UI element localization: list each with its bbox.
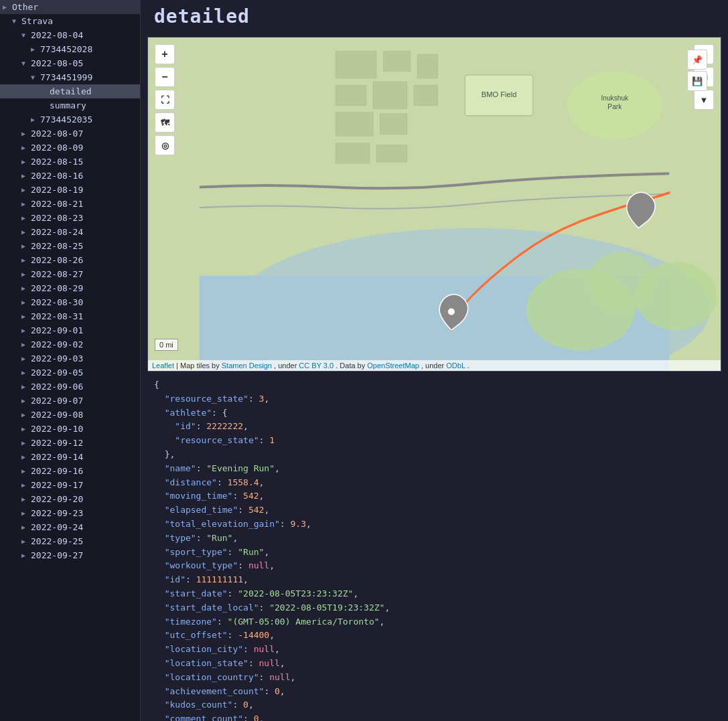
sidebar-item-label: 2022-08-30 [31, 297, 136, 307]
chevron-icon: ▶ [3, 3, 12, 11]
sidebar-item-label: 2022-08-05 [31, 58, 136, 68]
sidebar-item-2022-09-25[interactable]: ▶2022-09-25 [0, 534, 140, 548]
sidebar-item-label: 2022-09-05 [31, 368, 136, 378]
sidebar-item-2022-09-27[interactable]: ▶2022-09-27 [0, 548, 140, 562]
sidebar-item-2022-08-09[interactable]: ▶2022-08-09 [0, 141, 140, 155]
chevron-icon: ▶ [21, 383, 31, 390]
sidebar-item-2022-09-01[interactable]: ▶2022-09-01 [0, 323, 140, 337]
sidebar-item-label: 2022-08-04 [31, 30, 136, 40]
odbl-link[interactable]: ODbL [446, 362, 465, 370]
sidebar-item-2022-09-08[interactable]: ▶2022-09-08 [0, 408, 140, 422]
save-map-button[interactable]: 📌 [687, 50, 707, 70]
sidebar-item-2022-08-16[interactable]: ▶2022-08-16 [0, 169, 140, 183]
sidebar-item-2022-09-06[interactable]: ▶2022-09-06 [0, 380, 140, 394]
sidebar-item-2022-09-02[interactable]: ▶2022-09-02 [0, 337, 140, 351]
svg-rect-4 [383, 51, 411, 71]
sidebar-item-2022-09-05[interactable]: ▶2022-09-05 [0, 366, 140, 380]
sidebar-item-label: 2022-08-21 [31, 199, 136, 209]
sidebar-item-2022-08-15[interactable]: ▶2022-08-15 [0, 155, 140, 169]
chevron-icon: ▶ [21, 453, 31, 461]
sidebar-item-detailed[interactable]: detailed [0, 84, 140, 98]
code-panel[interactable]: { "resource_state": 3, "athlete": { "id"… [141, 372, 728, 721]
sidebar-item-label: 2022-09-03 [31, 353, 136, 364]
sidebar-item-2022-09-12[interactable]: ▶2022-09-12 [0, 436, 140, 450]
map-svg: BMO Field Inukshuk Park [148, 37, 721, 371]
sidebar-item-2022-09-20[interactable]: ▶2022-09-20 [0, 492, 140, 506]
chevron-icon: ▼ [31, 74, 40, 81]
map-container: BMO Field Inukshuk Park [147, 37, 721, 372]
zoom-in-button[interactable]: + [155, 44, 175, 64]
stamen-link[interactable]: Stamen Design [222, 362, 272, 370]
leaflet-link[interactable]: Leaflet [152, 362, 174, 370]
filter-button[interactable]: ▼ [694, 90, 714, 110]
sidebar-item-2022-09-16[interactable]: ▶2022-09-16 [0, 464, 140, 478]
chevron-icon: ▶ [21, 327, 31, 334]
map-controls-left: + − ⛶ 🗺 ◎ [155, 44, 175, 155]
sidebar-item-2022-09-24[interactable]: ▶2022-09-24 [0, 520, 140, 534]
sidebar-item-7734452035[interactable]: ▶7734452035 [0, 112, 140, 127]
svg-rect-9 [336, 112, 373, 137]
sidebar-item-label: 2022-09-10 [31, 424, 136, 434]
chevron-icon: ▶ [21, 552, 31, 559]
chevron-icon: ▼ [12, 17, 21, 25]
svg-text:Park: Park [607, 103, 622, 110]
sidebar-item-2022-08-31[interactable]: ▶2022-08-31 [0, 309, 140, 323]
svg-rect-8 [414, 85, 438, 105]
chevron-icon: ▶ [21, 341, 31, 348]
sidebar-item-2022-08-23[interactable]: ▶2022-08-23 [0, 211, 140, 225]
sidebar-item-2022-08-21[interactable]: ▶2022-08-21 [0, 197, 140, 211]
sidebar-item-2022-08-19[interactable]: ▶2022-08-19 [0, 183, 140, 197]
sidebar-item-2022-09-17[interactable]: ▶2022-09-17 [0, 478, 140, 492]
chevron-icon: ▶ [21, 481, 31, 489]
svg-text:Inukshuk: Inukshuk [601, 94, 629, 102]
attribution-period: . [467, 362, 469, 370]
sidebar-item-2022-08-29[interactable]: ▶2022-08-29 [0, 281, 140, 295]
sidebar-item-2022-08-27[interactable]: ▶2022-08-27 [0, 267, 140, 281]
sidebar-item-label: detailed [50, 86, 136, 96]
sidebar-item-2022-08-30[interactable]: ▶2022-08-30 [0, 295, 140, 309]
sidebar-item-2022-08-25[interactable]: ▶2022-08-25 [0, 239, 140, 253]
map-scale: 0 mi [155, 339, 178, 351]
sidebar-item-strava[interactable]: ▼Strava [0, 14, 140, 28]
sidebar-item-2022-09-14[interactable]: ▶2022-09-14 [0, 450, 140, 464]
sidebar-item-other[interactable]: ▶Other [0, 0, 140, 14]
sidebar-item-2022-09-03[interactable]: ▶2022-09-03 [0, 351, 140, 366]
sidebar-item-label: 2022-09-01 [31, 325, 136, 335]
sidebar-item-2022-09-07[interactable]: ▶2022-09-07 [0, 394, 140, 408]
sidebar-item-summary[interactable]: summary [0, 98, 140, 112]
osm-link[interactable]: OpenStreetMap [367, 362, 419, 370]
map-view-button[interactable]: 🗺 [155, 112, 175, 133]
sidebar-item-label: summary [50, 100, 136, 110]
sidebar-item-label: 7734451999 [40, 72, 136, 82]
sidebar-item-2022-09-23[interactable]: ▶2022-09-23 [0, 506, 140, 520]
fullscreen-button[interactable]: ⛶ [155, 90, 175, 110]
sidebar-item-label: 2022-08-16 [31, 171, 136, 181]
chevron-icon: ▶ [21, 256, 31, 264]
sidebar-item-label: 2022-08-23 [31, 213, 136, 223]
chevron-icon: ▼ [21, 31, 31, 39]
sidebar-item-label: 2022-09-17 [31, 480, 136, 490]
sidebar-item-label: 2022-08-25 [31, 241, 136, 251]
sidebar-item-2022-08-05[interactable]: ▼2022-08-05 [0, 56, 140, 70]
sidebar-item-label: 2022-09-08 [31, 410, 136, 420]
sidebar-item-2022-08-24[interactable]: ▶2022-08-24 [0, 225, 140, 239]
sidebar-item-2022-08-07[interactable]: ▶2022-08-07 [0, 127, 140, 141]
zoom-out-button[interactable]: − [155, 67, 175, 87]
sidebar-item-label: 2022-09-14 [31, 452, 136, 462]
chevron-icon: ▶ [21, 130, 31, 137]
sidebar-item-7734452028[interactable]: ▶7734452028 [0, 42, 140, 56]
sidebar-item-2022-08-04[interactable]: ▼2022-08-04 [0, 28, 140, 42]
locate-button[interactable]: ◎ [155, 135, 175, 155]
sidebar: ▶Other▼Strava▼2022-08-04▶7734452028▼2022… [0, 0, 141, 721]
svg-point-18 [448, 308, 455, 315]
svg-rect-10 [380, 114, 407, 134]
cc-link[interactable]: CC BY 3.0 [299, 362, 334, 370]
svg-rect-3 [336, 51, 376, 78]
sidebar-item-label: 2022-08-09 [31, 143, 136, 153]
sidebar-item-7734451999[interactable]: ▼7734451999 [0, 70, 140, 84]
main-content: detailed [141, 0, 728, 721]
sidebar-item-2022-09-10[interactable]: ▶2022-09-10 [0, 422, 140, 436]
download-button[interactable]: 💾 [687, 71, 707, 91]
sidebar-item-2022-08-26[interactable]: ▶2022-08-26 [0, 253, 140, 267]
svg-rect-7 [373, 82, 407, 109]
